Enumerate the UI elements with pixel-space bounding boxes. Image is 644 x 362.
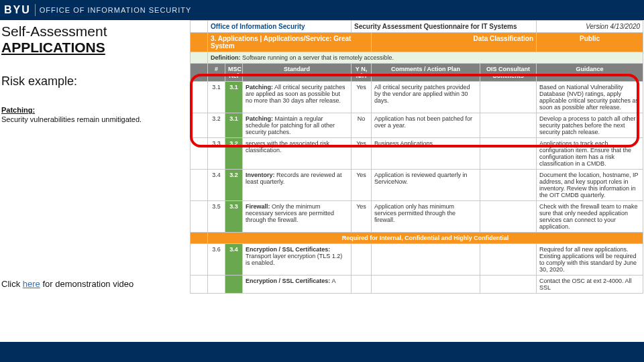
left-panel: Self-Assessment APPLICATIONS Risk exampl… [0, 20, 190, 342]
row-yn: No [352, 113, 372, 138]
row-ois [480, 113, 537, 138]
row-num: 3.5 [208, 201, 225, 233]
row-yn [352, 244, 372, 276]
col-num: # [208, 64, 225, 82]
row-standard: Patching: Maintain a regular schedule fo… [243, 113, 352, 138]
patch-block: Patching: Security vulnerabilities remai… [1, 106, 184, 125]
table-row: 3.63.4Encryption / SSL Certificates: Tra… [191, 244, 643, 276]
row-comment: Application has not been patched for ove… [372, 113, 480, 138]
title-line1: Self-Assessment [1, 23, 184, 40]
row-num: 3.4 [208, 170, 225, 201]
definition-row: Definition: Software running on a server… [191, 52, 643, 64]
page-body: Self-Assessment APPLICATIONS Risk exampl… [0, 20, 644, 342]
col-yn: Y N, N/A [352, 64, 372, 82]
row-guidance: Check with the firewall team to make sur… [537, 201, 643, 233]
row-yn: Yes [352, 170, 372, 201]
row-num [208, 276, 225, 294]
row-comment: Application is reviewed quarterly in Ser… [372, 170, 480, 201]
row-comment: All critical security patches provided b… [372, 82, 480, 113]
col-comments: Comments / Action Plan [372, 64, 480, 82]
row-ois [480, 82, 537, 113]
row-comment: Business Applications. [372, 138, 480, 170]
demo-line: Click here for demonstration video [1, 279, 184, 290]
row-yn: Yes [352, 138, 372, 170]
col-ois: OIS Consultant Comments [480, 64, 537, 82]
demo-link[interactable]: here [23, 279, 40, 289]
row-num: 3.3 [208, 138, 225, 170]
col-standard: Standard [243, 64, 352, 82]
title-line2: APPLICATIONS [1, 40, 184, 56]
row-msc: 3.1 [225, 113, 243, 138]
def-label: Definition: [211, 54, 241, 61]
risk-heading: Risk example: [1, 74, 184, 88]
row-guidance: Required for all new applications. Exist… [537, 244, 643, 276]
assessment-table: Office of Information Security Security … [190, 20, 643, 294]
sheet-questionnaire: Security Assessment Questionnaire for IT… [352, 21, 537, 33]
row-standard: Inventory: Records are reviewed at least… [243, 170, 352, 201]
row-msc: 3.4 [225, 244, 243, 276]
office-title: OFFICE OF INFORMATION SECURITY [36, 6, 192, 14]
orange-bar: Required for Internal, Confidential and … [191, 233, 643, 244]
row-num: 3.2 [208, 113, 225, 138]
dc-value: Public [537, 33, 643, 52]
row-ois [480, 244, 537, 276]
row-msc: 3.2 [225, 170, 243, 201]
row-msc: 3.3 [225, 201, 243, 233]
patch-label: Patching: [1, 106, 35, 114]
row-yn [352, 276, 372, 294]
row-standard: Encryption / SSL Certificates: A [243, 276, 352, 294]
row-comment [372, 276, 480, 294]
sheet-office: Office of Information Security [208, 21, 352, 33]
row-guidance: Contact the OSC at ext 2-4000. All SSL [537, 276, 643, 294]
row-msc [225, 276, 243, 294]
table-row: 3.43.2Inventory: Records are reviewed at… [191, 170, 643, 201]
row-yn: Yes [352, 82, 372, 113]
patch-text: Security vulnerabilities remain unmitiga… [1, 115, 142, 123]
row-standard: Patching: All critical security patches … [243, 82, 352, 113]
sheet-subheader: 3. Applications | Applications/Service: … [191, 33, 643, 52]
row-guidance: Develop a process to patch all other sec… [537, 113, 643, 138]
sheet-version: Version 4/13/2020 [537, 21, 643, 33]
row-standard: Firewall: Only the minimum necessary ser… [243, 201, 352, 233]
top-banner: BYU OFFICE OF INFORMATION SECURITY [0, 0, 644, 20]
orange-bar-text: Required for Internal, Confidential and … [208, 233, 643, 244]
row-ois [480, 201, 537, 233]
table-row: 3.13.1Patching: All critical security pa… [191, 82, 643, 113]
table-row: 3.33.2 servers with the associated risk … [191, 138, 643, 170]
demo-pre: Click [1, 279, 23, 289]
column-headers: # MSC Ref Standard Y N, N/A Comments / A… [191, 64, 643, 82]
dc-label: Data Classification [372, 33, 537, 52]
row-guidance: Document the location, hostname, IP addr… [537, 170, 643, 201]
row-comment [372, 244, 480, 276]
row-msc: 3.2 [225, 138, 243, 170]
row-ois [480, 170, 537, 201]
table-row: Encryption / SSL Certificates: AContact … [191, 276, 643, 294]
row-msc: 3.1 [225, 82, 243, 113]
row-guidance: Based on National Vulnerability Database… [537, 82, 643, 113]
right-panel: Office of Information Security Security … [190, 20, 644, 342]
row-ois [480, 138, 537, 170]
row-standard: Encryption / SSL Certificates: Transport… [243, 244, 352, 276]
sheet-top-row: Office of Information Security Security … [191, 21, 643, 33]
row-num: 3.1 [208, 82, 225, 113]
section-label: 3. Applications | Applications/Service: … [208, 33, 372, 52]
row-guidance: Applications to track each configuration… [537, 138, 643, 170]
definition-cell: Definition: Software running on a server… [208, 52, 643, 64]
row-ois [480, 276, 537, 294]
byu-logo: BYU [4, 4, 36, 16]
col-msc: MSC Ref [225, 64, 243, 82]
row-yn: Yes [352, 201, 372, 233]
def-text: Software running on a server that is rem… [242, 54, 394, 61]
row-comment: Application only has minimum services pe… [372, 201, 480, 233]
row-num: 3.6 [208, 244, 225, 276]
row-standard: servers with the associated risk classif… [243, 138, 352, 170]
col-guidance: Guidance [537, 64, 643, 82]
table-row: 3.23.1Patching: Maintain a regular sched… [191, 113, 643, 138]
table-row: 3.53.3Firewall: Only the minimum necessa… [191, 201, 643, 233]
demo-post: for demonstration video [40, 279, 133, 289]
footer-bar [0, 342, 644, 362]
